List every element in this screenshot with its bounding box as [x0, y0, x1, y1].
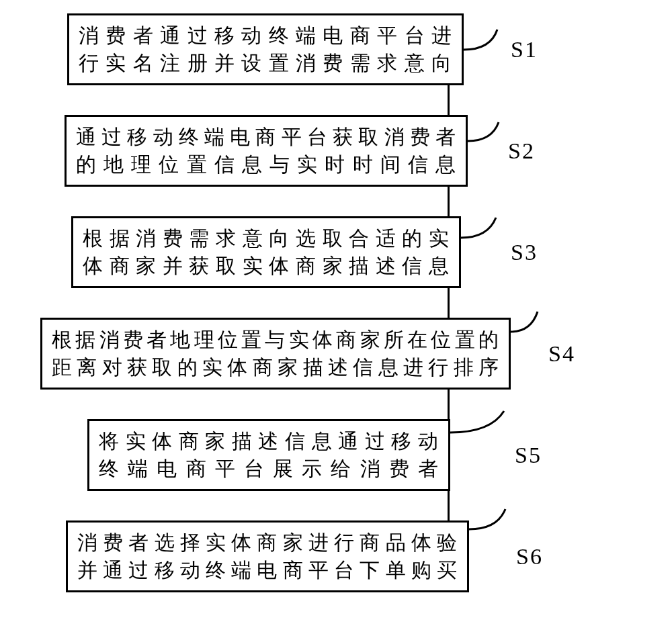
step-row-s3: 根据消费需求意向选取合适的实 体商家并获取实体商家描述信息 S3: [40, 216, 632, 288]
step-row-s4: 根据消费者地理位置与实体商家所在位置的 距离对获取的实体商家描述信息进行排序 S…: [40, 318, 632, 390]
step-text-s5-line2: 终端电商平台展示给消费者: [99, 455, 439, 483]
step-row-s1: 消费者通过移动终端电商平台进 行实名注册并设置消费需求意向 S1: [40, 13, 632, 85]
step-label-s1: S1: [511, 37, 538, 62]
connector-s2-s3: [40, 187, 632, 216]
step-label-s2: S2: [508, 138, 535, 164]
step-row-s2: 通过移动终端电商平台获取消费者 的地理位置信息与实时时间信息 S2: [40, 115, 632, 187]
step-row-s6: 消费者选择实体商家进行商品体验 并通过移动终端电商平台下单购买 S6: [40, 520, 632, 592]
connector-s5-s6: [40, 491, 632, 520]
step-text-s1-line2: 行实名注册并设置消费需求意向: [79, 50, 452, 77]
step-box-s4: 根据消费者地理位置与实体商家所在位置的 距离对获取的实体商家描述信息进行排序: [40, 318, 511, 390]
step-label-s3: S3: [511, 240, 538, 265]
step-text-s3-line2: 体商家并获取实体商家描述信息: [83, 253, 450, 280]
flowchart-container: 消费者通过移动终端电商平台进 行实名注册并设置消费需求意向 S1 通过移动终端电…: [40, 13, 632, 592]
connector-s4-s5: [40, 390, 632, 419]
step-text-s2-line1: 通过移动终端电商平台获取消费者: [76, 124, 456, 151]
step-text-s5-line1: 将实体商家描述信息通过移动: [99, 428, 439, 455]
step-text-s6-line1: 消费者选择实体商家进行商品体验: [77, 529, 458, 557]
connector-s1-s2: [40, 85, 632, 115]
step-label-s6: S6: [516, 544, 543, 570]
step-box-s1: 消费者通过移动终端电商平台进 行实名注册并设置消费需求意向: [67, 13, 464, 85]
step-text-s6-line2: 并通过移动终端电商平台下单购买: [77, 557, 458, 584]
step-box-s6: 消费者选择实体商家进行商品体验 并通过移动终端电商平台下单购买: [66, 520, 469, 592]
step-box-s2: 通过移动终端电商平台获取消费者 的地理位置信息与实时时间信息: [65, 115, 468, 187]
step-label-s5: S5: [515, 443, 542, 468]
step-text-s2-line2: 的地理位置信息与实时时间信息: [76, 151, 456, 179]
step-box-s5: 将实体商家描述信息通过移动 终端电商平台展示给消费者: [87, 419, 450, 491]
step-row-s5: 将实体商家描述信息通过移动 终端电商平台展示给消费者 S5: [40, 419, 632, 491]
step-text-s3-line1: 根据消费需求意向选取合适的实: [83, 225, 450, 253]
lead-line-s1: [464, 16, 511, 56]
lead-line-s2: [468, 110, 508, 150]
step-label-s4: S4: [548, 341, 575, 367]
step-box-s3: 根据消费需求意向选取合适的实 体商家并获取实体商家描述信息: [71, 216, 461, 288]
step-text-s4-line2: 距离对获取的实体商家描述信息进行排序: [52, 354, 499, 381]
step-text-s1-line1: 消费者通过移动终端电商平台进: [79, 22, 452, 50]
connector-s3-s4: [40, 288, 632, 318]
step-text-s4-line1: 根据消费者地理位置与实体商家所在位置的: [52, 326, 499, 354]
